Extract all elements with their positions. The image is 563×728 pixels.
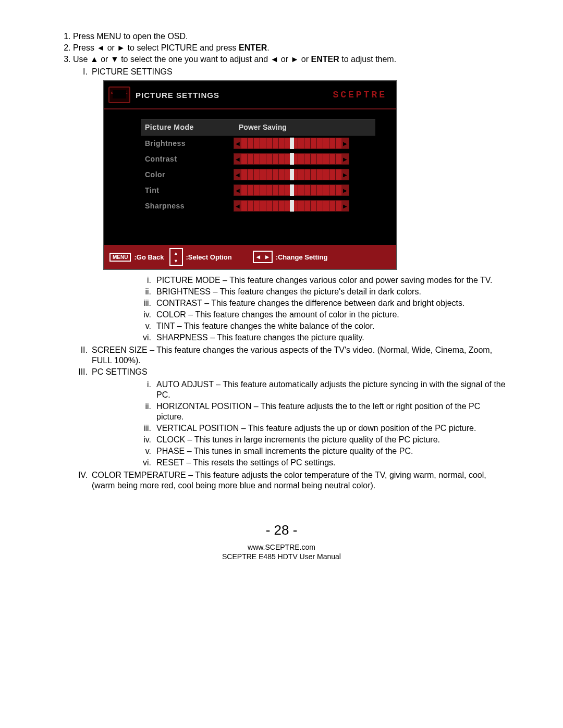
roman-numeral: II. bbox=[68, 345, 92, 366]
slider-track bbox=[241, 154, 341, 164]
change-hint: ◀▶ :Change Setting bbox=[253, 251, 328, 263]
roman-list: I. PICTURE SETTINGS bbox=[68, 67, 506, 77]
roman-numeral: I. bbox=[68, 67, 92, 77]
text: or bbox=[299, 55, 311, 64]
updown-arrow-icon: ▲▼ bbox=[169, 248, 183, 266]
section-III-items: i.AUTO ADJUST – This feature automatical… bbox=[136, 379, 506, 468]
label: :Select Option bbox=[186, 253, 232, 261]
slider[interactable]: ◀ ▶ bbox=[234, 200, 349, 212]
up-arrow-icon: ▲ bbox=[90, 55, 99, 64]
right-arrow-icon[interactable]: ▶ bbox=[341, 203, 349, 209]
brand-small: SCEPTRE bbox=[109, 91, 129, 94]
slider-thumb[interactable] bbox=[290, 200, 294, 212]
left-arrow-icon[interactable]: ◀ bbox=[234, 188, 241, 193]
menu-key-icon: MENU bbox=[109, 253, 131, 262]
roman-numeral: III. bbox=[68, 367, 92, 377]
label: Color bbox=[141, 170, 234, 179]
enter-key: ENTER bbox=[311, 55, 339, 64]
section-II: II. SCREEN SIZE – This feature changes t… bbox=[68, 345, 506, 366]
section-title: PICTURE SETTINGS bbox=[92, 67, 506, 77]
text: to select PICTURE and press bbox=[125, 43, 239, 52]
text: . bbox=[267, 43, 269, 52]
down-arrow-icon: ▼ bbox=[111, 55, 119, 64]
label: Picture Mode bbox=[141, 123, 234, 131]
select-hint: ▲▼ :Select Option bbox=[169, 248, 232, 266]
item-ii: ii.HORIZONTAL POSITION – This feature ad… bbox=[136, 401, 506, 422]
osd-row-color[interactable]: Color ◀ ▶ bbox=[141, 167, 375, 182]
slider-thumb[interactable] bbox=[290, 169, 294, 180]
osd-row-contrast[interactable]: Contrast ◀ ▶ bbox=[141, 151, 375, 167]
osd-row-sharpness[interactable]: Sharpness ◀ ▶ bbox=[141, 198, 375, 214]
right-arrow-icon: ► bbox=[117, 43, 125, 52]
roman-numeral: IV. bbox=[68, 470, 92, 491]
enter-key: ENTER bbox=[239, 43, 267, 52]
slider-thumb[interactable] bbox=[290, 184, 294, 196]
label: Contrast bbox=[141, 155, 234, 163]
item-v: v.TINT – This feature changes the white … bbox=[136, 321, 506, 331]
label: Tint bbox=[141, 186, 234, 194]
item-iv: iv.COLOR – This feature changes the amou… bbox=[136, 310, 506, 320]
manual-page: Press MENU to open the OSD. Press ◄ or ►… bbox=[0, 0, 563, 582]
slider[interactable]: ◀ ▶ bbox=[234, 153, 349, 165]
tv-icon: SCEPTRE bbox=[108, 87, 130, 103]
left-arrow-icon: ◄ bbox=[271, 55, 279, 64]
item-i: i.PICTURE MODE – This feature changes va… bbox=[136, 275, 506, 286]
osd-row-picture-mode[interactable]: Picture Mode Power Saving bbox=[141, 119, 375, 135]
item-iii: iii.CONTRAST – This feature changes the … bbox=[136, 298, 506, 309]
left-arrow-icon[interactable]: ◀ bbox=[234, 156, 241, 162]
slider-thumb[interactable] bbox=[290, 138, 294, 149]
item-vi: vi.RESET – This resets the settings of P… bbox=[136, 458, 506, 468]
step-3: Use ▲ or ▼ to select the one you want to… bbox=[73, 54, 506, 65]
brand-logo: SCEPTRE bbox=[333, 90, 387, 100]
leftright-arrow-icon: ◀▶ bbox=[253, 251, 273, 263]
numbered-steps: Press MENU to open the OSD. Press ◄ or ►… bbox=[73, 31, 506, 65]
text: or bbox=[105, 43, 117, 52]
section-I: I. PICTURE SETTINGS bbox=[68, 67, 506, 77]
text: or bbox=[99, 55, 111, 64]
slider-thumb[interactable] bbox=[290, 153, 294, 165]
section-III: III. PC SETTINGS bbox=[68, 367, 506, 377]
section-title: PC SETTINGS bbox=[92, 367, 506, 377]
label: Sharpness bbox=[141, 202, 234, 210]
slider[interactable]: ◀ ▶ bbox=[234, 184, 349, 196]
item-v: v.PHASE – This tunes in small increments… bbox=[136, 446, 506, 456]
left-arrow-icon[interactable]: ◀ bbox=[234, 141, 241, 146]
right-arrow-icon: ► bbox=[291, 55, 299, 64]
osd-row-brightness[interactable]: Brightness ◀ ▶ bbox=[141, 135, 375, 151]
left-arrow-icon[interactable]: ◀ bbox=[234, 172, 241, 178]
osd-header: SCEPTRE PICTURE SETTINGS SCEPTRE bbox=[104, 81, 396, 109]
right-arrow-icon[interactable]: ▶ bbox=[341, 172, 349, 178]
slider[interactable]: ◀ ▶ bbox=[234, 169, 349, 180]
osd-screenshot: SCEPTRE PICTURE SETTINGS SCEPTRE Picture… bbox=[103, 80, 397, 270]
value: Power Saving bbox=[234, 123, 287, 131]
right-arrow-icon[interactable]: ▶ bbox=[341, 188, 349, 193]
osd-footer: MENU :Go Back ▲▼ :Select Option ◀▶ :Chan… bbox=[104, 245, 396, 269]
slider-track bbox=[241, 185, 341, 195]
right-arrow-icon[interactable]: ▶ bbox=[341, 156, 349, 162]
slider-track bbox=[241, 169, 341, 180]
osd-title: PICTURE SETTINGS bbox=[136, 91, 219, 100]
text: Use bbox=[73, 55, 90, 64]
osd-row-tint[interactable]: Tint ◀ ▶ bbox=[141, 182, 375, 198]
roman-list-end: IV. COLOR TEMPERATURE – This feature adj… bbox=[68, 470, 506, 491]
slider-track bbox=[241, 201, 341, 211]
left-arrow-icon[interactable]: ◀ bbox=[234, 203, 241, 209]
label: :Go Back bbox=[134, 253, 164, 261]
text: or bbox=[278, 55, 290, 64]
section-text: SCREEN SIZE – This feature changes the v… bbox=[92, 345, 506, 366]
section-IV: IV. COLOR TEMPERATURE – This feature adj… bbox=[68, 470, 506, 491]
text: to select the one you want to adjust and bbox=[119, 55, 271, 64]
section-text: COLOR TEMPERATURE – This feature adjusts… bbox=[92, 470, 506, 491]
osd-body: Picture Mode Power Saving Brightness ◀ ▶… bbox=[104, 109, 396, 245]
slider[interactable]: ◀ ▶ bbox=[234, 138, 349, 149]
section-I-items: i.PICTURE MODE – This feature changes va… bbox=[136, 275, 506, 343]
text: Press bbox=[73, 43, 96, 52]
step-2: Press ◄ or ► to select PICTURE and press… bbox=[73, 43, 506, 53]
step-1: Press MENU to open the OSD. bbox=[73, 31, 506, 42]
label: :Change Setting bbox=[276, 253, 328, 261]
back-hint: MENU :Go Back bbox=[109, 253, 164, 262]
item-i: i.AUTO ADJUST – This feature automatical… bbox=[136, 379, 506, 400]
right-arrow-icon[interactable]: ▶ bbox=[341, 141, 349, 146]
text: to adjust them. bbox=[339, 55, 396, 64]
label: Brightness bbox=[141, 139, 234, 147]
